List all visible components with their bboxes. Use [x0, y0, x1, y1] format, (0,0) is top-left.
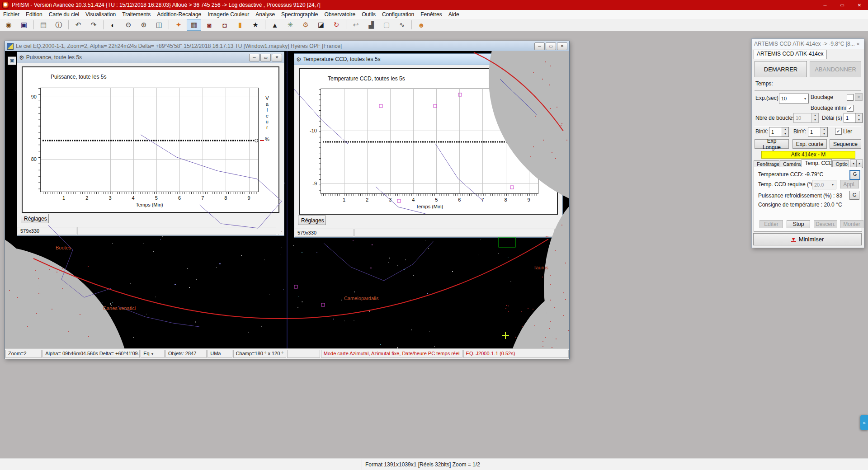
filter-wheel-icon[interactable]: ▮: [233, 19, 247, 31]
graph-puissance-button[interactable]: G: [849, 191, 859, 200]
camera-titlebar[interactable]: ARTEMIS CCD ATIK-414ex -> -9.8°C [8... ✕: [752, 39, 864, 49]
menu-observatoire[interactable]: Observatoire: [321, 10, 359, 19]
appl-button[interactable]: Appl.: [840, 180, 859, 188]
star-dot-red: [565, 299, 566, 300]
spinner-up-icon[interactable]: ▲: [812, 113, 818, 118]
graph-icon[interactable]: ∿: [395, 19, 409, 31]
menu-traitements[interactable]: Traitements: [119, 10, 154, 19]
exp-value: 10: [779, 96, 802, 101]
star-dot-red: [547, 236, 548, 237]
undo-icon[interactable]: ↶: [71, 19, 85, 31]
pan-hand-icon[interactable]: ✦: [171, 19, 186, 31]
nbre-boucles-spinner[interactable]: 10 ▲▼: [793, 113, 819, 123]
loop-stop-button[interactable]: ✕: [855, 93, 863, 101]
exp-longue-button[interactable]: Exp Longue: [755, 139, 789, 149]
spinner-up-icon[interactable]: ▲: [856, 113, 862, 118]
sync-icon[interactable]: ↻: [329, 19, 344, 31]
tools-icon[interactable]: ⚙: [298, 19, 313, 31]
redo-icon[interactable]: ↷: [86, 19, 101, 31]
app-status-bar: Format 1391x1039x1 [Réels 32bits] Zoom =…: [0, 458, 868, 470]
menu-outils[interactable]: Outils: [359, 10, 379, 19]
menu-addition-recalage[interactable]: Addition-Recalage: [154, 10, 204, 19]
contrast-icon[interactable]: ◐: [106, 19, 120, 31]
menu-configuration[interactable]: Configuration: [379, 10, 417, 19]
stop-button[interactable]: Stop: [787, 220, 810, 228]
minimize-button[interactable]: ─: [816, 0, 834, 10]
camera-red-icon[interactable]: ◙: [202, 19, 217, 31]
menu-edition[interactable]: Edition: [23, 10, 46, 19]
sequence-button[interactable]: Sequence: [830, 139, 861, 149]
sky-status-cell-2[interactable]: Eq▾: [141, 350, 165, 358]
maximize-button[interactable]: ▭: [834, 0, 851, 10]
star-dot-red: [561, 225, 562, 226]
tab-divider: [753, 59, 863, 59]
exp-courte-button[interactable]: Exp. courte: [793, 139, 827, 149]
camera-close-button[interactable]: ✕: [854, 41, 862, 47]
info-icon[interactable]: ⓘ: [52, 19, 66, 31]
comet-icon[interactable]: ★: [248, 19, 263, 31]
telescope-icon[interactable]: ▲: [268, 19, 282, 31]
sky-status-bar: Zoom=2Alpha= 09h46m04.560s Delta= +60°41…: [5, 348, 569, 359]
spinner-down-icon[interactable]: ▼: [812, 118, 818, 122]
map-toolbar-button[interactable]: ▣: [8, 56, 16, 65]
spinner-up-icon[interactable]: ▲: [821, 127, 827, 132]
curve-arrow-icon[interactable]: ↩: [349, 19, 363, 31]
open-image-icon[interactable]: ◉: [1, 19, 16, 31]
minimiser-button[interactable]: ▼ Minimiser: [753, 233, 862, 245]
delai-spinner[interactable]: 1 ▲▼: [844, 113, 863, 123]
sky-window-titlebar[interactable]: Le ciel EQ.2000-1-1, Zoom=2, Alpha= 22h2…: [5, 41, 569, 51]
sky-map-graphics: [5, 51, 569, 349]
sky-restore-button[interactable]: ▭: [546, 42, 556, 50]
monter-button[interactable]: Monter: [840, 220, 863, 228]
histogram-icon[interactable]: ▟: [364, 19, 378, 31]
menu-fen-tres[interactable]: Fenêtres: [417, 10, 445, 19]
save-icon[interactable]: ▣: [17, 19, 31, 31]
divider: [755, 125, 861, 127]
zoom-in-icon[interactable]: ⊕: [137, 19, 151, 31]
graph-temperature-button[interactable]: G: [849, 170, 860, 180]
display-image-icon[interactable]: ◫: [152, 19, 166, 31]
biny-label: BinY:: [793, 128, 806, 135]
menu-aide[interactable]: Aide: [445, 10, 462, 19]
blank-icon[interactable]: ▢: [379, 19, 394, 31]
video-camera-icon[interactable]: ◘: [217, 19, 232, 31]
bouclage-infini-checkbox[interactable]: ✓: [847, 105, 854, 112]
lier-checkbox[interactable]: ✓: [835, 128, 842, 135]
divider: [755, 90, 861, 92]
sky-minimize-button[interactable]: ─: [534, 42, 545, 50]
spinner-up-icon[interactable]: ▲: [782, 127, 788, 132]
spinner-down-icon[interactable]: ▼: [821, 132, 827, 136]
menu-carte-du-ciel[interactable]: Carte du ciel: [46, 10, 82, 19]
menu-fichier[interactable]: Fichier: [0, 10, 23, 19]
editer-button[interactable]: Editer: [760, 220, 783, 228]
menu-analyse[interactable]: Analyse: [252, 10, 278, 19]
spinner-down-icon[interactable]: ▼: [782, 132, 788, 136]
constellation-label-canes-venatici: Canes venatici: [103, 306, 136, 311]
binx-spinner[interactable]: 1 ▲▼: [769, 127, 789, 137]
star-dot-red: [566, 140, 567, 141]
tab-artemis-ccd[interactable]: ARTEMIS CCD ATIK-414ex: [754, 50, 827, 59]
sky-map[interactable]: ▣ BootesCanes venaticiCamelopardalisTaur…: [5, 51, 569, 349]
star-dot-red: [561, 123, 562, 124]
star-dot-red: [561, 125, 561, 126]
abandonner-button[interactable]: ABANDONNER: [810, 61, 861, 77]
descen-button[interactable]: Descen.: [814, 220, 837, 228]
exp-combo[interactable]: 10 ▾: [779, 94, 809, 103]
menu-spectrographie[interactable]: Spectrographie: [278, 10, 321, 19]
star-cluster-icon[interactable]: ✳: [283, 19, 297, 31]
menu-imagerie-couleur[interactable]: Imagerie Couleur: [204, 10, 252, 19]
demarrer-button[interactable]: DEMARRER: [755, 61, 807, 77]
remote-access-handle-icon[interactable]: «: [860, 415, 868, 430]
temp-requise-combo[interactable]: 20.0 ▾: [812, 180, 836, 189]
menu-visualisation[interactable]: Visualisation: [82, 10, 119, 19]
bouclage-checkbox[interactable]: [847, 94, 854, 101]
print-setup-icon[interactable]: ▤: [36, 19, 51, 31]
biny-spinner[interactable]: 1 ▲▼: [808, 127, 828, 137]
spinner-down-icon[interactable]: ▼: [856, 118, 862, 122]
sky-chart-icon[interactable]: ◪: [314, 19, 328, 31]
sky-close-button[interactable]: ✕: [557, 42, 567, 50]
ccd-camera-icon[interactable]: ▦: [187, 19, 201, 31]
zoom-out-icon[interactable]: ⊖: [121, 19, 136, 31]
close-button[interactable]: ✕: [851, 0, 868, 10]
user-profile-icon[interactable]: ☻: [414, 19, 429, 31]
